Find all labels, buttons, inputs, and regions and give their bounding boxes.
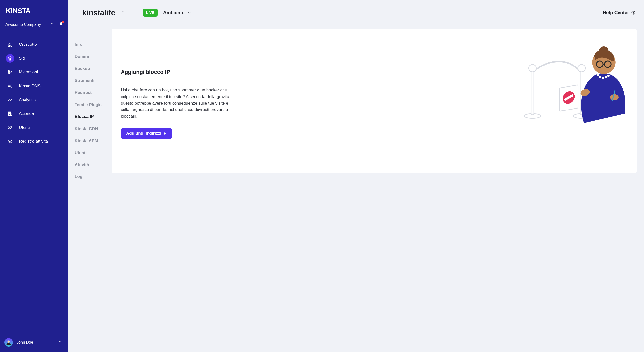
primary-nav: Cruscotto Siti Migrazioni Kinsta DNS <box>4 38 63 336</box>
subnav-item-log[interactable]: Log <box>75 171 112 183</box>
help-icon <box>631 10 636 15</box>
live-badge: LIVE <box>143 9 158 16</box>
help-center-link[interactable]: Help Center <box>603 9 636 16</box>
ip-block-card: Aggiungi blocco IP Hai a che fare con un… <box>112 29 636 173</box>
subnav-item-blocca-ip[interactable]: Blocca IP <box>75 111 112 123</box>
sidebar-item-azienda[interactable]: Azienda <box>4 107 63 121</box>
svg-point-33 <box>602 77 604 79</box>
svg-rect-19 <box>531 71 534 115</box>
sidebar-item-label: Cruscotto <box>19 41 37 48</box>
user-menu[interactable]: John Doe <box>4 336 63 349</box>
sidebar-item-migrazioni[interactable]: Migrazioni <box>4 65 63 79</box>
sidebar-item-label: Migrazioni <box>19 69 38 75</box>
svg-point-32 <box>599 76 602 78</box>
svg-point-21 <box>529 64 536 72</box>
panel-body: Hai a che fare con un bot, uno spammer o… <box>121 87 237 120</box>
avatar <box>4 338 13 347</box>
sidebar-item-analytics[interactable]: Analytics <box>4 93 63 107</box>
svg-point-14 <box>8 340 10 343</box>
help-link-label: Help Center <box>603 9 629 16</box>
notification-dot-icon <box>62 21 64 23</box>
stack-icon <box>6 54 14 63</box>
company-switcher[interactable]: Awesome Company <box>4 21 63 28</box>
subnav-item-kinsta-cdn[interactable]: Kinsta CDN <box>75 123 112 135</box>
eye-icon <box>6 137 14 146</box>
subnav-item-info[interactable]: Info <box>75 38 112 51</box>
notifications-button[interactable] <box>59 21 63 28</box>
svg-point-34 <box>605 76 607 78</box>
building-icon <box>6 110 14 118</box>
sidebar-item-registro[interactable]: Registro attività <box>4 135 63 148</box>
subnav-item-redirect[interactable]: Redirect <box>75 87 112 99</box>
add-ip-button[interactable]: Aggiungi indirizzi IP <box>121 128 172 139</box>
site-switcher[interactable] <box>121 9 125 16</box>
svg-marker-0 <box>8 57 12 59</box>
company-name: Awesome Company <box>6 22 48 27</box>
subnav-item-attivita[interactable]: Attività <box>75 159 112 171</box>
svg-point-22 <box>578 64 585 72</box>
sidebar-item-label: Registro attività <box>19 138 48 145</box>
sidebar-item-cruscotto[interactable]: Cruscotto <box>4 38 63 51</box>
sidebar: KINSTA Awesome Company Cruscotto <box>0 0 68 352</box>
svg-point-37 <box>610 94 618 101</box>
subnav-item-temi-plugin[interactable]: Temi e Plugin <box>75 99 112 111</box>
brand-logo: KINSTA <box>6 6 63 16</box>
sidebar-item-label: Siti <box>19 55 25 62</box>
subnav-item-kinsta-apm[interactable]: Kinsta APM <box>75 135 112 147</box>
chevron-down-icon <box>50 21 54 28</box>
sidebar-item-label: Kinsta DNS <box>19 83 40 89</box>
panel-illustration <box>247 46 627 144</box>
svg-point-31 <box>597 74 599 76</box>
subnav-item-utenti[interactable]: Utenti <box>75 147 112 159</box>
site-subnav: Info Domini Backup Strumenti Redirect Te… <box>74 21 112 183</box>
chevron-up-icon <box>58 339 62 346</box>
trend-icon <box>6 96 14 104</box>
svg-point-35 <box>607 75 610 77</box>
environment-picker[interactable]: Ambiente <box>163 9 192 16</box>
topbar: kinstalife LIVE Ambiente Help Center <box>68 0 644 21</box>
site-title: kinstalife <box>82 7 115 18</box>
panel-title: Aggiungi blocco IP <box>121 68 237 76</box>
sidebar-item-utenti[interactable]: Utenti <box>4 121 63 135</box>
subnav-item-backup[interactable]: Backup <box>75 63 112 75</box>
svg-point-10 <box>9 126 10 128</box>
environment-label: Ambiente <box>163 9 185 16</box>
svg-point-16 <box>633 13 634 14</box>
svg-rect-6 <box>11 113 12 116</box>
subnav-item-domini[interactable]: Domini <box>75 51 112 63</box>
dns-icon <box>6 82 14 90</box>
chevron-down-icon <box>187 10 192 15</box>
sidebar-item-label: Analytics <box>19 97 36 103</box>
sidebar-item-label: Azienda <box>19 111 34 117</box>
sidebar-item-kinsta-dns[interactable]: Kinsta DNS <box>4 79 63 93</box>
subnav-item-strumenti[interactable]: Strumenti <box>75 75 112 87</box>
sidebar-item-label: Utenti <box>19 125 30 131</box>
svg-point-27 <box>599 46 608 56</box>
sidebar-item-siti[interactable]: Siti <box>4 51 63 65</box>
home-icon <box>6 40 14 49</box>
user-plus-icon <box>6 123 14 132</box>
scissors-icon <box>6 68 14 76</box>
svg-point-13 <box>10 141 11 142</box>
bouncer-illustration-icon <box>518 46 627 130</box>
user-name: John Doe <box>16 340 54 345</box>
